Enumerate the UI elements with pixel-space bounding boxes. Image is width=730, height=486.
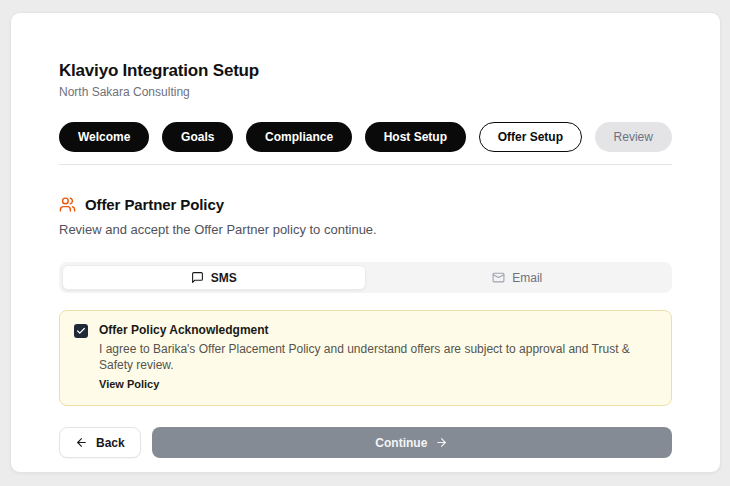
channel-tabs: SMS Email (59, 262, 672, 293)
arrow-right-icon (435, 436, 448, 449)
wizard-footer: Back Continue (59, 427, 672, 458)
tab-email-label: Email (512, 271, 542, 285)
step-welcome[interactable]: Welcome (59, 122, 149, 152)
step-goals[interactable]: Goals (162, 122, 233, 152)
tab-sms[interactable]: SMS (62, 265, 366, 290)
acknowledgment-title: Offer Policy Acknowledgment (99, 323, 655, 337)
acknowledgment-content: Offer Policy Acknowledgment I agree to B… (99, 323, 655, 392)
arrow-left-icon (75, 436, 88, 449)
tab-email[interactable]: Email (366, 265, 670, 290)
step-host-setup[interactable]: Host Setup (365, 122, 466, 152)
stepper: Welcome Goals Compliance Host Setup Offe… (59, 122, 672, 152)
stepper-divider (59, 164, 672, 165)
step-review[interactable]: Review (595, 122, 672, 152)
continue-button[interactable]: Continue (152, 427, 672, 458)
mail-icon (492, 271, 505, 284)
section-header: Offer Partner Policy (59, 196, 672, 213)
section-title: Offer Partner Policy (85, 196, 224, 213)
message-square-icon (191, 271, 204, 284)
acknowledgment-body: I agree to Barika's Offer Placement Poli… (99, 341, 655, 373)
step-compliance[interactable]: Compliance (246, 122, 352, 152)
view-policy-link[interactable]: View Policy (99, 378, 159, 390)
back-button-label: Back (96, 436, 125, 450)
policy-checkbox[interactable] (74, 324, 88, 338)
back-button[interactable]: Back (59, 427, 141, 458)
step-offer-setup[interactable]: Offer Setup (479, 122, 582, 152)
section-description: Review and accept the Offer Partner poli… (59, 222, 672, 237)
check-icon (76, 322, 86, 340)
continue-button-label: Continue (375, 436, 427, 450)
tab-sms-label: SMS (211, 271, 237, 285)
users-icon (59, 196, 76, 213)
page-subtitle: North Sakara Consulting (59, 85, 672, 99)
offer-policy-acknowledgment-box: Offer Policy Acknowledgment I agree to B… (59, 310, 672, 406)
setup-wizard-card: Klaviyo Integration Setup North Sakara C… (10, 12, 721, 473)
page-title: Klaviyo Integration Setup (59, 61, 672, 81)
